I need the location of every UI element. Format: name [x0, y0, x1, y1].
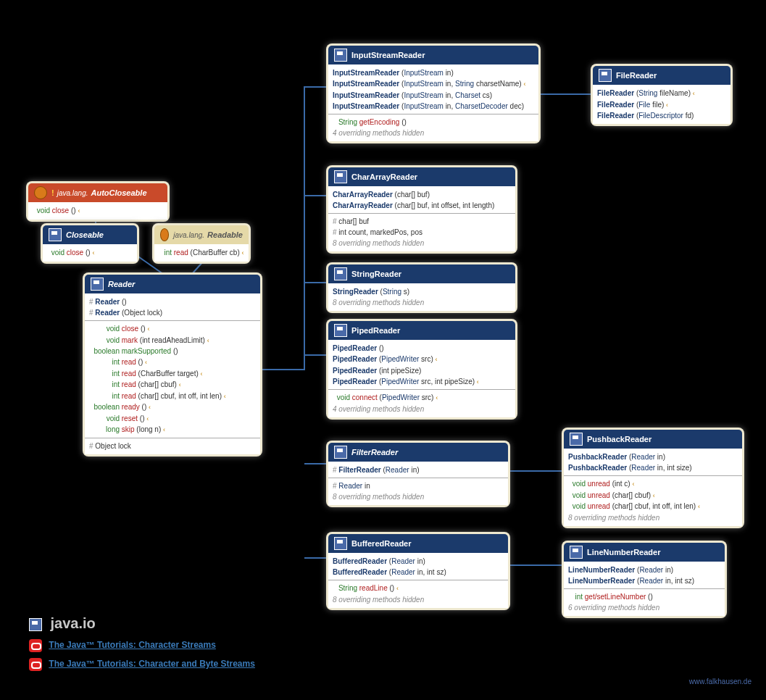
class-body: # Reader () # Reader (Object lock) void …: [85, 293, 260, 454]
method-sig: (CharBuffer cb): [191, 249, 240, 257]
class-title: CharArrayReader: [351, 172, 417, 181]
disk-icon: [570, 546, 583, 559]
method-sig: (): [141, 325, 146, 333]
class-title: PushbackReader: [587, 435, 651, 443]
class-header: PipedReader: [328, 321, 515, 340]
ctor-sig: (): [122, 298, 127, 306]
class-readable: java.lang. Readable int read (CharBuffer…: [152, 223, 251, 264]
exception-marker: ‹: [147, 325, 149, 333]
class-header: CharArrayReader: [328, 167, 515, 186]
class-body: BufferedReader (Reader in) BufferedReade…: [328, 553, 508, 608]
class-bufferedreader: BufferedReader BufferedReader (Reader in…: [326, 532, 510, 610]
bang-icon: !: [51, 188, 54, 197]
class-title: FilterReader: [351, 448, 398, 457]
footer: java.io The Java™ Tutorials: Character S…: [29, 615, 255, 671]
class-inputstreamreader: InputStreamReader InputStreamReader (Inp…: [326, 43, 541, 143]
class-body: int read (CharBuffer cb) ‹: [154, 244, 249, 262]
class-header: FilterReader: [328, 443, 508, 462]
class-header: PushbackReader: [564, 430, 742, 449]
class-body: PushbackReader (Reader in) PushbackReade…: [564, 449, 742, 526]
ctor-name: Reader: [95, 309, 120, 317]
method-return: void: [33, 205, 50, 216]
class-pushbackreader: PushbackReader PushbackReader (Reader in…: [562, 428, 744, 528]
method-name: close: [52, 207, 69, 214]
disk-icon: [91, 278, 104, 291]
package-label: java.io: [51, 615, 96, 631]
exception-marker: ‹: [92, 249, 94, 257]
class-title: Reader: [108, 280, 135, 288]
credit-link[interactable]: www.falkhausen.de: [689, 678, 752, 686]
method-return: int: [159, 247, 172, 258]
disk-icon: [599, 69, 612, 82]
package-label: java.lang.: [57, 189, 88, 197]
class-body: InputStreamReader (InputStream in) Input…: [328, 64, 538, 141]
hidden-note: 8 overriding methods hidden: [333, 491, 504, 502]
class-header: LineNumberReader: [564, 543, 725, 562]
oracle-icon: [29, 658, 42, 671]
cup-icon: [34, 186, 47, 199]
tutorial-link-2[interactable]: The Java™ Tutorials: Character and Byte …: [49, 659, 255, 669]
disk-icon: [334, 446, 347, 459]
class-title: AutoCloseable: [91, 188, 146, 197]
class-body: # FilterReader (Reader in) # Reader in 8…: [328, 462, 508, 505]
class-header: FileReader: [593, 66, 730, 85]
exception-marker: ‹: [78, 207, 80, 214]
cup-icon: [160, 228, 169, 241]
class-title: Closeable: [66, 230, 104, 239]
class-stringreader: StringReader StringReader (String s) 8 o…: [326, 262, 517, 313]
hidden-note: 6 overriding methods hidden: [568, 602, 720, 613]
method-sig: (): [86, 249, 91, 257]
class-body: LineNumberReader (Reader in) LineNumberR…: [564, 562, 725, 616]
disk-icon: [570, 433, 583, 446]
disk-icon: [334, 49, 347, 62]
class-filereader: FileReader FileReader (String fileName) …: [591, 64, 733, 126]
disk-icon: [49, 228, 62, 241]
method-return: void: [47, 247, 64, 258]
class-header: InputStreamReader: [328, 46, 538, 64]
class-header: ! java.lang. AutoCloseable: [28, 183, 167, 202]
class-header: StringReader: [328, 264, 515, 283]
tutorial-link-1[interactable]: The Java™ Tutorials: Character Streams: [49, 640, 216, 650]
class-header: Closeable: [43, 225, 137, 244]
oracle-icon: [29, 639, 42, 652]
class-pipedreader: PipedReader PipedReader () PipedReader (…: [326, 319, 517, 420]
class-title: FileReader: [616, 71, 657, 80]
class-body: CharArrayReader (char[] buf) CharArrayRe…: [328, 186, 515, 251]
disk-icon: [334, 170, 347, 183]
class-title: LineNumberReader: [587, 548, 660, 557]
class-title: StringReader: [351, 270, 401, 278]
class-title: PipedReader: [351, 326, 400, 335]
class-filterreader: FilterReader # FilterReader (Reader in) …: [326, 441, 510, 507]
class-title: Readable: [207, 230, 243, 239]
method-return: void: [89, 323, 120, 334]
class-body: void close () ‹: [43, 244, 137, 262]
class-chararrayreader: CharArrayReader CharArrayReader (char[] …: [326, 165, 517, 254]
ctor-sig: (Object lock): [122, 309, 162, 317]
package-label: java.lang.: [173, 231, 204, 239]
class-body: void close () ‹: [28, 202, 167, 220]
hidden-note: 8 overriding methods hidden: [568, 512, 738, 523]
class-reader: Reader # Reader () # Reader (Object lock…: [83, 272, 262, 457]
class-header: Reader: [85, 275, 260, 293]
method-name: close: [122, 325, 138, 333]
class-title: InputStreamReader: [351, 51, 425, 59]
hidden-note: 8 overriding methods hidden: [333, 297, 511, 308]
package-title: java.io: [29, 615, 255, 632]
disk-icon: [334, 324, 347, 337]
disk-icon: [334, 267, 347, 280]
class-linenumberreader: LineNumberReader LineNumberReader (Reade…: [562, 541, 727, 618]
method-name: read: [174, 249, 188, 257]
ctor-name: Reader: [95, 298, 120, 306]
class-header: BufferedReader: [328, 534, 508, 553]
exception-marker: ‹: [242, 249, 244, 257]
class-body: PipedReader () PipedReader (PipedWriter …: [328, 340, 515, 417]
class-title: BufferedReader: [351, 539, 412, 548]
class-header: java.lang. Readable: [154, 225, 249, 244]
disk-icon: [334, 537, 347, 550]
hidden-note: 4 overriding methods hidden: [333, 128, 534, 138]
class-body: StringReader (String s) 8 overriding met…: [328, 283, 515, 311]
hidden-note: 8 overriding methods hidden: [333, 238, 511, 249]
class-autocloseable: ! java.lang. AutoCloseable void close ()…: [26, 181, 170, 222]
method-name: close: [67, 249, 83, 257]
method-sig: (): [71, 207, 76, 214]
